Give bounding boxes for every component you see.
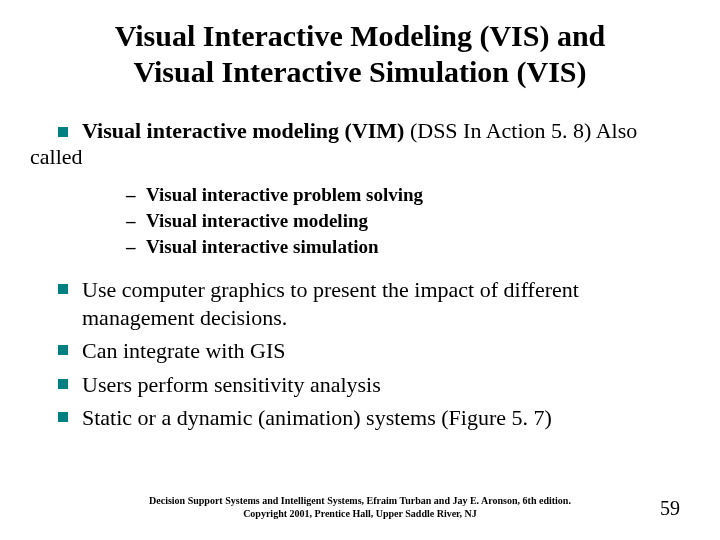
- main-list: Use computer graphics to present the imp…: [58, 276, 690, 432]
- list-item: Users perform sensitivity analysis: [58, 371, 690, 399]
- list-item-text: Use computer graphics to present the imp…: [82, 276, 690, 331]
- sub-item: –Visual interactive simulation: [126, 236, 690, 258]
- list-item: Can integrate with GIS: [58, 337, 690, 365]
- page-number: 59: [660, 497, 680, 520]
- slide-title: Visual Interactive Modeling (VIS) and Vi…: [30, 18, 690, 90]
- square-bullet-icon: [58, 127, 68, 137]
- square-bullet-icon: [58, 412, 68, 422]
- sub-item: –Visual interactive problem solving: [126, 184, 690, 206]
- sub-item-text: Visual interactive problem solving: [146, 184, 423, 205]
- intro-paragraph: Visual interactive modeling (VIM) (DSS I…: [30, 118, 690, 170]
- list-item-text: Can integrate with GIS: [82, 337, 690, 365]
- list-item: Static or a dynamic (animation) systems …: [58, 404, 690, 432]
- square-bullet-icon: [58, 284, 68, 294]
- title-line-1: Visual Interactive Modeling (VIS) and: [115, 19, 606, 52]
- list-item: Use computer graphics to present the imp…: [58, 276, 690, 331]
- title-line-2: Visual Interactive Simulation (VIS): [133, 55, 586, 88]
- intro-bold: Visual interactive modeling (VIM): [82, 118, 404, 143]
- sub-item: –Visual interactive modeling: [126, 210, 690, 232]
- dash-icon: –: [126, 236, 138, 258]
- sub-item-text: Visual interactive simulation: [146, 236, 379, 257]
- dash-icon: –: [126, 210, 138, 232]
- list-item-text: Users perform sensitivity analysis: [82, 371, 690, 399]
- footer: Decision Support Systems and Intelligent…: [0, 494, 720, 520]
- sub-list: –Visual interactive problem solving –Vis…: [126, 184, 690, 258]
- list-item-text: Static or a dynamic (animation) systems …: [82, 404, 690, 432]
- footer-line-1: Decision Support Systems and Intelligent…: [149, 495, 571, 506]
- square-bullet-icon: [58, 345, 68, 355]
- footer-reference: Decision Support Systems and Intelligent…: [103, 494, 618, 520]
- square-bullet-icon: [58, 379, 68, 389]
- slide: Visual Interactive Modeling (VIS) and Vi…: [0, 0, 720, 540]
- footer-line-2: Copyright 2001, Prentice Hall, Upper Sad…: [243, 508, 477, 519]
- sub-item-text: Visual interactive modeling: [146, 210, 368, 231]
- dash-icon: –: [126, 184, 138, 206]
